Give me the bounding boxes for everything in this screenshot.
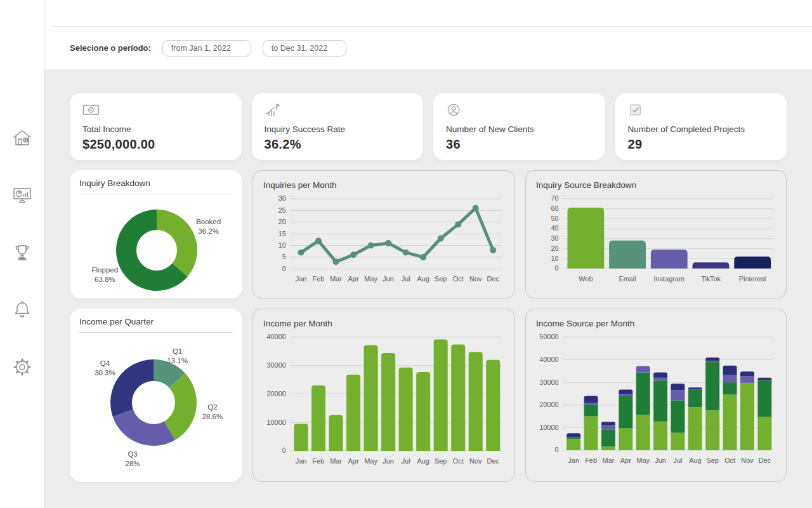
- panel-title: Income Source per Month: [536, 319, 776, 328]
- stat-card-new-clients: Number of New Clients 36: [433, 93, 605, 160]
- svg-text:Q3: Q3: [128, 450, 137, 458]
- charts-grid: Inquiry Breakdown Booked36.2%Flopped63.8…: [70, 170, 787, 482]
- completed-projects-icon: [628, 103, 643, 117]
- svg-text:10000: 10000: [539, 424, 558, 431]
- inquiry-breakdown-card: Inquiry Breakdown Booked36.2%Flopped63.8…: [70, 170, 242, 298]
- card-title: Inquiry Breakdown: [79, 178, 233, 188]
- svg-text:Jan: Jan: [296, 457, 307, 465]
- svg-text:30: 30: [551, 234, 559, 242]
- inquiries-per-month-panel: Inquiries per Month 051015202530JanFebMa…: [252, 170, 515, 298]
- income-per-quarter-card: Income per Quarter Q113.1%Q228.6%Q328%Q4…: [70, 309, 242, 482]
- sidebar: [0, 0, 44, 508]
- svg-text:Q2: Q2: [207, 403, 217, 411]
- inquiry-source-breakdown-panel: Inquiry Source Breakdown 010203040506070…: [525, 170, 787, 298]
- svg-text:Email: Email: [619, 275, 636, 283]
- stat-label: Total Income: [82, 124, 229, 134]
- stat-card-success-rate: Inquiry Success Rate 36.2%: [252, 93, 424, 160]
- svg-text:20: 20: [551, 244, 559, 252]
- stat-card-completed-projects: Number of Completed Projects 29: [615, 93, 787, 160]
- svg-text:Jan: Jan: [296, 275, 307, 283]
- svg-text:60: 60: [551, 204, 559, 212]
- top-divider: [52, 26, 812, 27]
- inquiry-source-bar-chart: 010203040506070WebEmailInstagramTikTokPi…: [535, 192, 777, 290]
- panel-title: Inquiry Source Breakdown: [536, 180, 776, 190]
- svg-text:Apr: Apr: [348, 457, 359, 465]
- svg-text:Sep: Sep: [435, 457, 447, 465]
- svg-text:30.3%: 30.3%: [95, 369, 115, 377]
- svg-text:10000: 10000: [266, 418, 285, 426]
- svg-text:36.2%: 36.2%: [198, 227, 219, 235]
- svg-text:Oct: Oct: [453, 275, 464, 283]
- svg-text:Jul: Jul: [674, 457, 683, 464]
- svg-text:30000: 30000: [539, 378, 558, 386]
- bell-icon: [11, 298, 34, 321]
- income-source-stacked-bar-chart: 01000020000300004000050000JanFebMarAprMa…: [535, 331, 777, 472]
- card-title: Income per Quarter: [79, 317, 233, 326]
- stat-label: Number of Completed Projects: [628, 124, 775, 134]
- svg-text:Oct: Oct: [724, 457, 735, 464]
- sidebar-item-dashboard[interactable]: [10, 183, 35, 208]
- sidebar-item-achievements[interactable]: [10, 240, 35, 265]
- svg-text:40: 40: [551, 224, 559, 232]
- date-to-input[interactable]: [263, 40, 346, 57]
- svg-text:0: 0: [282, 446, 286, 454]
- svg-text:28.6%: 28.6%: [202, 413, 223, 420]
- home-icon: [11, 127, 34, 150]
- stat-value: 36: [446, 137, 593, 152]
- svg-text:May: May: [364, 457, 377, 465]
- svg-text:Pinterest: Pinterest: [739, 275, 766, 283]
- svg-text:Booked: Booked: [196, 218, 221, 225]
- svg-text:Web: Web: [579, 275, 593, 283]
- stat-card-total-income: Total Income $250,000.00: [70, 93, 242, 160]
- inquiry-breakdown-donut-chart: Booked36.2%Flopped63.8%: [70, 196, 242, 298]
- svg-text:10: 10: [551, 255, 559, 262]
- svg-text:15: 15: [278, 230, 286, 237]
- sidebar-item-notifications[interactable]: [10, 297, 35, 323]
- svg-text:Dec: Dec: [487, 457, 500, 465]
- svg-text:Nov: Nov: [741, 457, 754, 464]
- stat-value: $250,000.00: [82, 137, 229, 152]
- svg-text:20: 20: [278, 218, 286, 225]
- svg-text:May: May: [364, 275, 377, 283]
- svg-text:20000: 20000: [266, 390, 285, 398]
- svg-text:Apr: Apr: [620, 457, 631, 464]
- top-strip: [44, 0, 812, 27]
- svg-text:0: 0: [555, 264, 559, 272]
- sidebar-item-settings[interactable]: [10, 354, 35, 380]
- svg-text:Q4: Q4: [100, 359, 110, 367]
- gear-icon: [11, 356, 34, 378]
- inquiries-per-month-line-chart: 051015202530JanFebMarAprMayJunJulAugSepO…: [262, 192, 506, 290]
- svg-text:0: 0: [282, 265, 286, 272]
- trophy-icon: [11, 241, 34, 264]
- sidebar-item-home[interactable]: [10, 126, 35, 151]
- svg-text:Mar: Mar: [330, 457, 342, 465]
- svg-text:Flopped: Flopped: [92, 266, 119, 274]
- svg-text:Aug: Aug: [689, 457, 701, 464]
- svg-text:30000: 30000: [266, 361, 285, 369]
- svg-text:40000: 40000: [539, 356, 558, 363]
- svg-text:Sep: Sep: [435, 275, 447, 283]
- svg-text:Dec: Dec: [487, 275, 500, 283]
- card-title-divider: [79, 332, 233, 333]
- new-clients-icon: [446, 103, 461, 117]
- svg-text:28%: 28%: [126, 460, 140, 467]
- period-filter-label: Selecione o período:: [70, 43, 151, 53]
- svg-text:Jan: Jan: [568, 457, 579, 464]
- period-filter-bar: Selecione o período:: [44, 27, 812, 69]
- svg-text:25: 25: [278, 206, 286, 214]
- card-title-divider: [79, 194, 233, 194]
- panel-title: Income per Month: [263, 319, 504, 328]
- date-from-input[interactable]: [162, 40, 251, 57]
- income-per-month-panel: Income per Month 010000200003000040000Ja…: [252, 309, 515, 482]
- main-area: Selecione o período: Total Income $250,0…: [44, 0, 812, 508]
- svg-text:70: 70: [551, 194, 559, 202]
- panel-title: Inquiries per Month: [263, 180, 504, 190]
- svg-text:Feb: Feb: [313, 457, 325, 465]
- banknote-icon: [82, 103, 100, 117]
- svg-text:50: 50: [551, 215, 559, 222]
- svg-text:May: May: [636, 457, 650, 464]
- success-rate-icon: [265, 103, 281, 117]
- svg-text:30: 30: [278, 194, 286, 202]
- stats-row: Total Income $250,000.00 Inquiry Success…: [70, 93, 787, 160]
- svg-text:5: 5: [282, 253, 286, 260]
